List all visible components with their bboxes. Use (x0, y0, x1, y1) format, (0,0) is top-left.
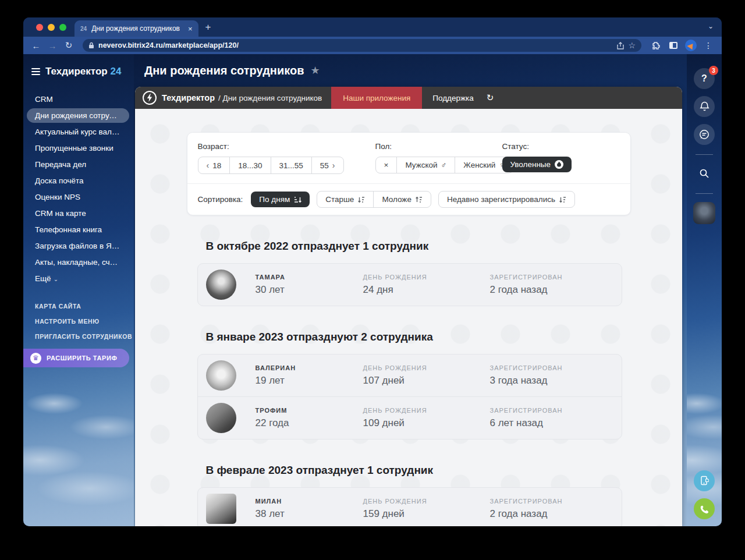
sidebar-item-honor-board[interactable]: Доска почёта (27, 173, 129, 188)
side-panel-icon[interactable] (666, 42, 681, 49)
zoom-window-button[interactable] (59, 24, 66, 31)
chevron-down-icon: ⌄ (54, 276, 58, 282)
bookmark-star-icon[interactable]: ☆ (628, 41, 636, 50)
sidebar-item-more[interactable]: Ещё⌄ (27, 271, 129, 286)
employee-avatar (206, 403, 236, 433)
browser-menu-icon[interactable]: ⋮ (701, 41, 716, 50)
chat-bubble-icon (699, 129, 709, 140)
support-tab[interactable]: Поддержка (422, 94, 484, 102)
gender-filter-buttons: × Мужской♂ Женский♀ (375, 157, 514, 173)
sidebar-item-currency[interactable]: Актуальный курс валют... (27, 125, 129, 139)
notifications-bell-button[interactable] (694, 96, 715, 117)
hamburger-menu-icon[interactable] (31, 68, 40, 75)
sidebar-item-invoices[interactable]: Акты, накладные, счета... (27, 255, 129, 270)
back-button[interactable]: ← (29, 41, 43, 51)
employee-row[interactable]: ТАМАРА 30 лет ДЕНЬ РОЖДЕНИЯ 24 дня ЗАРЕГ… (198, 264, 622, 306)
share-icon[interactable] (617, 42, 624, 49)
age-option-label: 18 (212, 161, 221, 170)
employee-row[interactable]: МИЛАН 38 лет ДЕНЬ РОЖДЕНИЯ 159 дней ЗАРЕ… (198, 488, 622, 526)
sort-recent-button[interactable]: Недавно зарегистрировались (438, 191, 575, 208)
sidebar-item-handover[interactable]: Передача дел (27, 157, 129, 172)
minimize-window-button[interactable] (48, 24, 55, 31)
status-fired-button[interactable]: Уволенные (502, 157, 572, 172)
close-window-button[interactable] (36, 24, 43, 31)
extensions-puzzle-icon[interactable] (648, 41, 664, 50)
age-over-55-button[interactable]: 55› (312, 157, 343, 173)
chevron-right-icon: › (332, 161, 335, 170)
sidebar-item-crm-map[interactable]: CRM на карте (27, 206, 129, 221)
our-apps-tab[interactable]: Наши приложения (331, 87, 422, 109)
employee-row[interactable]: ТРОФИМ 22 года ДЕНЬ РОЖДЕНИЯ 109 дней ЗА… (198, 396, 622, 439)
sorting-label: Сортировка: (198, 195, 243, 204)
app-frame: Техдиректор / Дни рождения сотрудников Н… (135, 87, 682, 526)
employee-row[interactable]: ВАЛЕРИАН 19 лет ДЕНЬ РОЖДЕНИЯ 107 дней З… (198, 355, 622, 396)
sort-ascending-icon (415, 196, 423, 203)
new-tab-button[interactable]: + (198, 22, 218, 33)
favorite-star-icon[interactable]: ★ (311, 64, 320, 77)
upgrade-plan-button[interactable]: ♛ РАСШИРИТЬ ТАРИФ (23, 349, 129, 367)
recent-label: Недавно зарегистрировались (447, 195, 555, 204)
sidebar-item-birthdays[interactable]: Дни рождения сотрудн... (27, 108, 129, 123)
lightning-bolt-icon (143, 91, 157, 105)
age-18-30-button[interactable]: 18...30 (230, 157, 271, 173)
age-sort-buttons: Старше Моложе (317, 191, 431, 208)
configure-menu-link[interactable]: НАСТРОИТЬ МЕНЮ (23, 314, 134, 329)
question-mark-icon: ? (701, 73, 707, 84)
age-filter-buttons: ‹18 18...30 31...55 55› (198, 157, 344, 174)
employee-age: 19 лет (256, 375, 363, 387)
more-label: Ещё (35, 274, 51, 283)
gender-clear-button[interactable]: × (376, 157, 398, 173)
age-31-55-button[interactable]: 31...55 (271, 157, 312, 173)
bitrix24-favicon-icon: 24 (80, 26, 87, 32)
forward-button[interactable]: → (45, 41, 59, 51)
browser-profile-avatar[interactable] (683, 40, 698, 51)
right-rail: ? 3 (687, 54, 722, 526)
app-vendor-name[interactable]: Техдиректор (162, 93, 215, 102)
age-filter-label: Возраст: (198, 142, 375, 151)
section-heading: В октябре 2022 отпразднует 1 сотрудник (206, 240, 631, 253)
messenger-button[interactable] (694, 124, 715, 145)
sitemap-link[interactable]: КАРТА САЙТА (23, 299, 134, 314)
registered-value: 6 лет назад (490, 417, 563, 429)
mobile-app-button[interactable] (694, 470, 715, 491)
sort-younger-button[interactable]: Моложе (374, 192, 431, 207)
birthday-column-label: ДЕНЬ РОЖДЕНИЯ (363, 498, 490, 505)
lock-icon (88, 42, 94, 49)
crown-icon: ♛ (30, 353, 41, 364)
sidebar-item-crm[interactable]: CRM (27, 92, 129, 107)
clear-x-icon: × (384, 161, 389, 169)
invite-employees-link[interactable]: ПРИГЛАСИТЬ СОТРУДНИКОВ (23, 329, 134, 344)
search-icon (699, 168, 709, 179)
older-label: Старше (325, 195, 354, 204)
notification-badge: 3 (709, 66, 718, 75)
tab-title: Дни рождения сотрудников (91, 24, 180, 33)
telephony-button[interactable] (694, 498, 715, 519)
registered-value: 2 года назад (490, 508, 563, 520)
reload-button[interactable]: ↻ (62, 40, 76, 51)
gender-filter-group: Пол: × Мужской♂ Женский♀ (375, 142, 502, 174)
sidebar-item-nps[interactable]: Оценки NPS (27, 190, 129, 204)
browser-tab-strip: 24 Дни рождения сотрудников × + ⌄ (23, 17, 722, 37)
browser-tab[interactable]: 24 Дни рождения сотрудников × (74, 20, 198, 37)
sidebar-item-missed-calls[interactable]: Пропущенные звонки (27, 141, 129, 155)
sidebar-item-phonebook[interactable]: Телефонная книга (27, 222, 129, 237)
sort-by-days-button[interactable]: По дням (251, 192, 310, 207)
search-button[interactable] (694, 163, 715, 184)
help-button[interactable]: ? 3 (694, 68, 715, 89)
registered-column-label: ЗАРЕГИСТРИРОВАН (490, 274, 563, 281)
registered-value: 3 года назад (490, 375, 563, 387)
tab-close-icon[interactable]: × (188, 24, 193, 33)
sidebar-item-yandex-upload[interactable]: Загрузка файлов в Янде... (27, 239, 129, 253)
age-under-18-button[interactable]: ‹18 (198, 157, 230, 173)
address-bar[interactable]: neverov.bitrix24.ru/marketplace/app/120/… (83, 39, 641, 52)
sort-older-button[interactable]: Старше (317, 192, 374, 207)
portal-brand[interactable]: Техдиректор 24 (45, 66, 121, 77)
app-refresh-icon[interactable]: ↻ (484, 93, 496, 103)
page-header: Дни рождения сотрудников ★ (134, 54, 687, 87)
gender-male-button[interactable]: Мужской♂ (397, 157, 455, 173)
tab-search-chevron-icon[interactable]: ⌄ (708, 22, 714, 30)
registered-value: 2 года назад (490, 284, 563, 296)
birthday-value: 159 дней (363, 508, 490, 520)
employee-age: 38 лет (256, 508, 363, 520)
user-avatar[interactable] (693, 202, 715, 224)
